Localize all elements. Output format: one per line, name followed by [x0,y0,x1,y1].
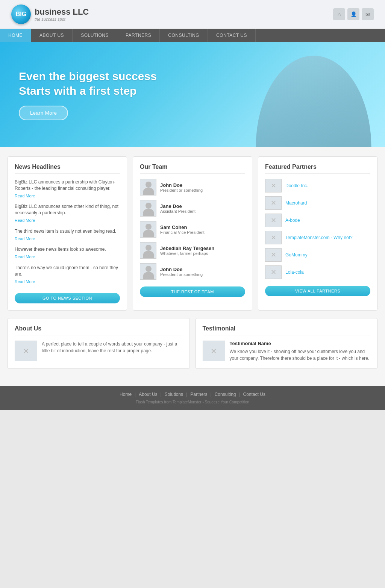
partners-column: Featured Partners Doodle Inc. Macrohard … [258,156,377,311]
mail-icon-button[interactable]: ✉ [362,8,374,20]
team-info-4: Jebediah Ray Tergesen Whatever, farmer p… [160,246,214,256]
testimonial-body: We know you love it - showing off how yo… [230,348,371,362]
home-icon-button[interactable]: ⌂ [333,8,345,20]
team-info-1: John Doe President or something [160,182,203,192]
footer-link-about[interactable]: About Us [139,392,157,397]
read-more-link-5[interactable]: Read More [15,279,35,284]
hero-headline: Even the biggest success Starts with a f… [19,69,157,98]
header-icons: ⌂ 👤 ✉ [333,8,374,20]
about-column: About Us A perfect place to tell a coupl… [8,318,190,369]
news-list: BigBiz LLC announces a partnership with … [15,179,120,285]
hero-text: Even the biggest success Starts with a f… [19,69,157,120]
partner-logo-2 [265,196,282,210]
testimonial-content: Testimonial Name We know you love it - s… [203,341,371,362]
team-member-1: John Doe President or something [140,179,245,195]
about-content: A perfect place to tell a couple of word… [15,341,183,361]
team-member-3: Sam Cohen Financial Vice President [140,221,245,238]
team-photo-5 [140,263,156,280]
footer-link-partners[interactable]: Partners [190,392,207,397]
team-photo-3 [140,221,156,238]
partner-item-6: Lola-cola [265,265,370,279]
partner-item-3: A-bode [265,214,370,227]
nav-item-about[interactable]: ABOUT US [31,29,73,42]
go-to-news-button[interactable]: GO TO NEWS SECTION [15,293,120,303]
testimonial-name: Testimonial Name [230,341,371,346]
footer-link-home[interactable]: Home [120,392,132,397]
logo-text: business LLC the success spot [35,7,89,21]
footer-sep-2: | [161,392,162,397]
news-item: However these news items look so awesome… [15,246,120,260]
partner-link-5[interactable]: GoMommy [285,252,308,258]
header: BIG business LLC the success spot ⌂ 👤 ✉ [0,0,385,29]
partner-link-2[interactable]: Macrohard [285,200,307,206]
news-item: BigBiz LLC announces a partnership with … [15,179,120,199]
footer-sep-4: | [211,392,212,397]
nav-item-contact[interactable]: CONTACT US [208,29,256,42]
footer-sep-3: | [186,392,187,397]
partner-item-1: Doodle Inc. [265,179,370,192]
team-photo-4 [140,242,156,259]
view-all-partners-button[interactable]: VIEW ALL PARTNERS [265,286,370,296]
users-icon-button[interactable]: 👤 [347,8,359,20]
learn-more-button[interactable]: Learn More [19,106,68,120]
partner-item-2: Macrohard [265,196,370,210]
read-more-link-1[interactable]: Read More [15,194,35,198]
team-info-2: Jane Doe Assistant President [160,203,196,214]
company-name: business LLC [35,7,89,17]
about-title: About Us [15,325,183,335]
team-list: John Doe President or something Jane Doe… [140,179,245,280]
person-silhouette [253,45,374,147]
partner-logo-5 [265,248,282,262]
rest-of-team-button[interactable]: THE REST OF TEAM [140,286,245,297]
testimonial-title: Testimonial [203,325,371,335]
testimonial-column: Testimonial Testimonial Name We know you… [196,318,378,369]
nav-item-consulting[interactable]: CONSULTING [160,29,208,42]
team-info-5: John Doe President or something [160,267,203,277]
footer-copyright: Flash Templates from TemplateMonster - S… [11,400,374,404]
company-tagline: the success spot [35,17,89,21]
read-more-link-3[interactable]: Read More [15,236,35,241]
read-more-link-4[interactable]: Read More [15,255,35,259]
partner-item-4: TemplateMonster.com - Why not? [265,231,370,244]
three-columns: News Headlines BigBiz LLC announces a pa… [8,156,377,311]
team-member-2: Jane Doe Assistant President [140,200,245,217]
about-image [15,341,37,361]
nav-item-solutions[interactable]: SOLUTIONS [73,29,117,42]
news-column: News Headlines BigBiz LLC announces a pa… [8,156,127,311]
partner-link-1[interactable]: Doodle Inc. [285,183,308,188]
news-title: News Headlines [15,164,120,174]
testimonial-text: Testimonial Name We know you love it - s… [230,341,371,362]
partner-link-6[interactable]: Lola-cola [285,270,304,275]
footer-link-consulting[interactable]: Consulting [215,392,236,397]
nav-item-partners[interactable]: PARTNERS [117,29,160,42]
partner-link-4[interactable]: TemplateMonster.com - Why not? [285,235,353,240]
team-column: Our Team John Doe President or something… [133,156,252,311]
nav-item-home[interactable]: HOME [0,29,31,42]
footer-sep-1: | [135,392,136,397]
partner-link-3[interactable]: A-bode [285,218,300,223]
team-title: Our Team [140,164,245,174]
team-member-5: John Doe President or something [140,263,245,280]
partners-list: Doodle Inc. Macrohard A-bode TemplateMon… [265,179,370,279]
partner-logo-4 [265,231,282,244]
news-item: BigBiz LLC announces some other kind of … [15,203,120,223]
footer: Home | About Us | Solutions | Partners |… [0,386,385,410]
about-text: A perfect place to tell a couple of word… [42,341,183,354]
footer-link-solutions[interactable]: Solutions [165,392,183,397]
main-content: News Headlines BigBiz LLC announces a pa… [0,147,385,386]
news-item: The third news item is usually not even … [15,228,120,242]
news-item: There's no way we could ignore them - so… [15,265,120,285]
logo-icon: BIG [11,5,31,24]
partner-logo-6 [265,265,282,279]
team-info-3: Sam Cohen Financial Vice President [160,224,205,235]
partner-logo-3 [265,214,282,227]
read-more-link-2[interactable]: Read More [15,218,35,223]
team-photo-1 [140,179,156,195]
partners-title: Featured Partners [265,164,370,174]
footer-links: Home | About Us | Solutions | Partners |… [11,392,374,397]
two-columns: About Us A perfect place to tell a coupl… [8,318,377,369]
testimonial-image [203,341,225,361]
main-nav: HOME ABOUT US SOLUTIONS PARTNERS CONSULT… [0,29,385,42]
footer-link-contact[interactable]: Contact Us [243,392,265,397]
logo-area: BIG business LLC the success spot [11,5,89,24]
